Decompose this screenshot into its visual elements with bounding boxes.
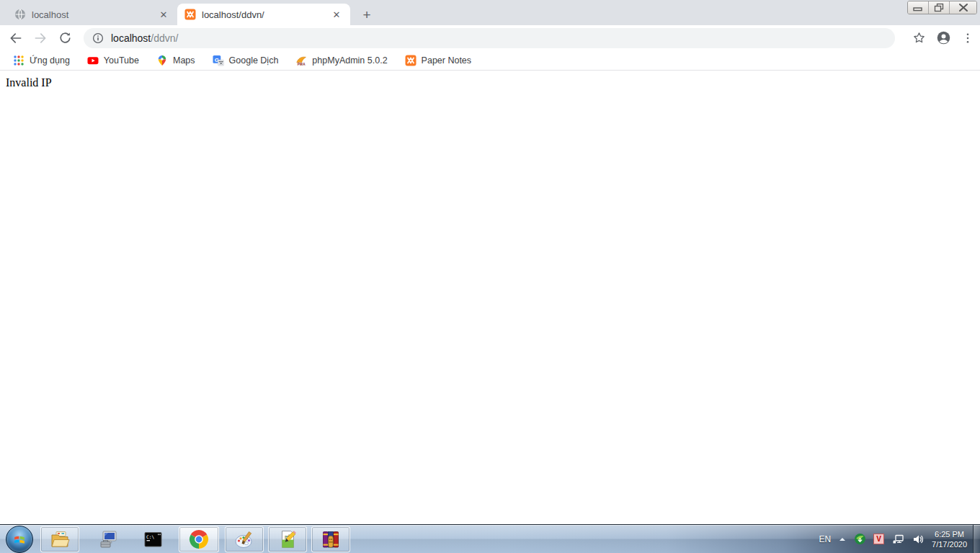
bookmark-star-button[interactable] — [912, 31, 926, 45]
minimize-icon — [909, 1, 927, 14]
avatar-icon — [936, 30, 951, 45]
language-indicator[interactable]: EN — [819, 534, 831, 544]
restore-button[interactable] — [929, 1, 950, 14]
forward-icon — [33, 31, 48, 45]
apps-grid-icon — [13, 55, 24, 66]
svg-text:PMA: PMA — [298, 63, 306, 66]
tab-title: localhost/ddvn/ — [202, 9, 330, 20]
browser-menu-button[interactable] — [961, 32, 974, 45]
network-tray-button[interactable] — [891, 533, 904, 546]
bookmark-label: phpMyAdmin 5.0.2 — [312, 55, 387, 66]
svg-text:C:\: C:\ — [146, 534, 154, 539]
bookmark-label: YouTube — [104, 55, 139, 66]
clock-date: 7/17/2020 — [932, 539, 967, 549]
taskbar: C:\ ╔++ — [0, 524, 980, 553]
url-host: localhost — [111, 32, 151, 44]
command-prompt-icon: C:\ — [143, 529, 163, 549]
vietkey-tray-button[interactable]: V — [873, 534, 884, 544]
notepad-plus-plus-icon: ╔++ — [277, 529, 298, 549]
start-button[interactable] — [6, 526, 33, 553]
reload-button[interactable] — [55, 28, 75, 48]
network-icon — [891, 533, 904, 546]
browser-toolbar: localhost/ddvn/ — [0, 25, 980, 50]
url-path: /ddvn/ — [151, 32, 178, 44]
windows-explorer-icon — [50, 529, 70, 549]
hidden-icons-arrow-icon — [838, 535, 847, 544]
page-body-text: Invalid IP — [6, 76, 974, 89]
window-controls — [907, 1, 977, 14]
taskbar-cmd-icon[interactable]: C:\ — [135, 526, 170, 552]
tab-close-icon[interactable]: ✕ — [157, 8, 170, 21]
idm-icon — [854, 533, 866, 545]
tab-close-icon[interactable]: ✕ — [330, 8, 343, 21]
volume-tray-button[interactable] — [912, 533, 925, 546]
taskbar-paint-button[interactable] — [225, 526, 264, 552]
taskbar-notepadpp-button[interactable]: ╔++ — [268, 526, 307, 552]
windows-logo-icon — [12, 531, 27, 547]
taskbar-chrome-button[interactable] — [179, 526, 219, 552]
xampp-icon — [184, 9, 196, 20]
computer-icon — [98, 529, 118, 549]
close-button[interactable] — [950, 1, 976, 14]
idm-tray-button[interactable] — [854, 533, 866, 545]
winrar-icon — [321, 529, 341, 549]
restore-icon — [930, 1, 948, 14]
hidden-icons-button[interactable] — [838, 535, 847, 544]
profile-button[interactable] — [936, 30, 951, 45]
youtube-icon — [87, 55, 99, 66]
tab-title: localhost — [32, 9, 157, 20]
bookmark-label: Google Dịch — [229, 55, 279, 66]
info-icon[interactable] — [92, 32, 104, 44]
kebab-menu-icon — [961, 32, 974, 45]
xampp-icon — [405, 55, 416, 66]
back-button[interactable] — [6, 28, 26, 48]
bookmark-phpmyadmin[interactable]: PMA phpMyAdmin 5.0.2 — [290, 53, 393, 68]
bookmark-maps[interactable]: Maps — [151, 53, 201, 68]
back-icon — [9, 31, 23, 45]
close-icon — [953, 1, 974, 14]
new-tab-button[interactable]: + — [357, 6, 376, 24]
tab-localhost[interactable]: localhost ✕ — [7, 4, 177, 25]
tab-localhost-ddvn[interactable]: localhost/ddvn/ ✕ — [177, 4, 350, 25]
bookmark-google-translate[interactable]: G Google Dịch — [207, 53, 285, 68]
url-text[interactable]: localhost/ddvn/ — [111, 32, 178, 44]
globe-icon — [14, 9, 26, 20]
show-desktop-button[interactable] — [973, 525, 980, 553]
bookmark-label: Paper Notes — [422, 55, 471, 66]
phpmyadmin-icon: PMA — [295, 55, 307, 66]
taskbar-clock[interactable]: 6:25 PM 7/17/2020 — [932, 529, 967, 549]
bookmarks-bar: Ứng dụng Maps YouTube Maps — [0, 50, 980, 71]
bookmark-label: Ứng dụng — [30, 55, 70, 66]
address-bar[interactable]: localhost/ddvn/ — [84, 28, 895, 48]
star-icon — [912, 31, 926, 45]
bookmark-youtube[interactable]: Maps YouTube — [81, 53, 145, 68]
chrome-icon — [189, 529, 209, 549]
google-maps-icon — [156, 55, 168, 66]
forward-button[interactable] — [30, 28, 50, 48]
taskbar-explorer-button[interactable] — [40, 526, 79, 552]
toolbar-right — [902, 30, 974, 45]
bookmark-paper-notes[interactable]: Paper Notes — [399, 53, 477, 68]
system-tray: EN V — [819, 525, 980, 553]
taskbar-winrar-button[interactable] — [311, 526, 350, 552]
bookmark-apps[interactable]: Ứng dụng — [7, 53, 76, 68]
taskbar-computer-icon[interactable] — [91, 526, 125, 552]
volume-icon — [912, 533, 925, 546]
clock-time: 6:25 PM — [932, 529, 967, 539]
page-content: Invalid IP — [0, 71, 980, 524]
reload-icon — [58, 31, 72, 45]
paint-icon — [234, 529, 254, 549]
bookmark-label: Maps — [173, 55, 195, 66]
google-translate-icon: G — [213, 55, 224, 66]
tab-strip: localhost ✕ localhost/ddvn/ ✕ + — [0, 0, 980, 25]
minimize-button[interactable] — [908, 1, 929, 14]
browser-window: localhost ✕ localhost/ddvn/ ✕ + — [0, 0, 980, 524]
